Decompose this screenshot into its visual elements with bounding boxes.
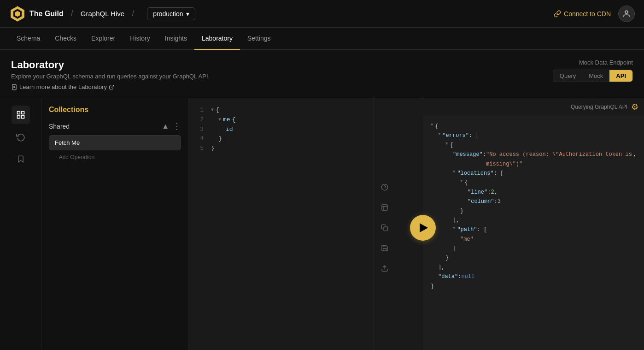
result-line-0: ▼ {: [431, 122, 637, 131]
result-line-2: ▼ {: [445, 141, 637, 150]
editor-results-container: 1 2 3 4 5 ▼ { ▼ me {: [189, 98, 644, 350]
schema-icon: [381, 204, 388, 211]
project-name: GraphQL Hive: [81, 10, 124, 18]
result-line-10: ▼ "path": [: [453, 225, 637, 234]
sidebar-history-button[interactable]: [12, 128, 30, 146]
schema-button[interactable]: [376, 199, 393, 216]
prettify-icon: [381, 184, 388, 191]
svg-rect-10: [17, 116, 20, 119]
collections-panel: Collections Shared ▲ ⋮ Fetch Me + Add Op…: [41, 98, 189, 350]
line-numbers: 1 2 3 4 5: [189, 98, 207, 350]
avatar-button[interactable]: [618, 6, 635, 22]
add-operation-button[interactable]: + Add Operation: [49, 152, 181, 162]
svg-rect-9: [21, 112, 24, 114]
tab-settings[interactable]: Settings: [240, 28, 278, 50]
chevron-down-icon: ▾: [186, 10, 189, 18]
result-line-12: ]: [453, 244, 637, 253]
breadcrumb-sep1: /: [71, 9, 73, 18]
sub-nav: Schema Checks Explorer History Insights …: [0, 28, 644, 50]
bookmark-icon: [17, 155, 25, 163]
prettify-button[interactable]: [376, 179, 393, 196]
editor-wrapper: 1 2 3 4 5 ▼ { ▼ me {: [189, 98, 423, 350]
result-line-7: "column": 3: [468, 197, 637, 206]
brand-name: The Guild: [29, 10, 64, 18]
tab-schema[interactable]: Schema: [9, 28, 47, 50]
user-icon: [622, 10, 631, 18]
breadcrumb-sep2: /: [132, 9, 134, 18]
sidebar-collections-button[interactable]: [12, 106, 30, 124]
play-icon: [420, 223, 428, 232]
result-code: ▼ { ▼ "errors": [ ▼ { "message": "No acc…: [423, 116, 644, 297]
mock-data-area: Mock Data Endpoint Query Mock API: [553, 59, 633, 82]
result-line-13: }: [445, 253, 637, 262]
history-icon: [16, 132, 25, 142]
mock-data-label: Mock Data Endpoint: [579, 59, 633, 66]
editor-toolbar: [373, 98, 395, 350]
export-button[interactable]: [376, 260, 393, 277]
sidebar: [0, 98, 41, 350]
copy-icon: [381, 224, 388, 231]
logo-icon: [9, 6, 26, 22]
query-editor[interactable]: 1 2 3 4 5 ▼ { ▼ me {: [189, 98, 423, 350]
sidebar-bookmark-button[interactable]: [12, 150, 30, 168]
svg-rect-11: [21, 116, 24, 119]
doc-icon: [11, 84, 18, 90]
tab-laboratory[interactable]: Laboratory: [194, 28, 240, 50]
shared-actions: ▲ ⋮: [162, 121, 181, 131]
result-line-3: "message": "No access (reason: \"Authori…: [453, 150, 637, 169]
shared-header: Shared ▲ ⋮: [49, 121, 181, 131]
save-button[interactable]: [376, 240, 393, 256]
toggle-query-button[interactable]: Query: [553, 70, 582, 82]
result-line-4: ▼ "locations": [: [453, 169, 637, 178]
result-line-16: }: [431, 282, 637, 291]
result-line-8: }: [460, 207, 637, 216]
copy-button[interactable]: [376, 219, 393, 236]
page-header-left: Laboratory Explore your GraphQL schema a…: [11, 59, 210, 90]
svg-rect-14: [382, 205, 387, 210]
save-icon: [381, 244, 388, 252]
learn-more-link[interactable]: Learn more about the Laboratory: [11, 83, 210, 90]
learn-more-text: Learn more about the Laboratory: [19, 83, 107, 90]
export-icon: [381, 265, 388, 272]
results-header: Querying GraphQL API ⚙: [423, 98, 644, 116]
result-line-14: ],: [438, 263, 637, 272]
result-line-6: "line": 2,: [468, 188, 637, 197]
result-line-11: "me": [460, 235, 637, 244]
shared-menu-button[interactable]: ⋮: [173, 121, 181, 131]
svg-rect-8: [17, 112, 20, 114]
toggle-api-button[interactable]: API: [609, 70, 632, 82]
result-line-15: "data": null: [438, 272, 637, 281]
link-icon: [554, 10, 561, 18]
logo-area: The Guild / GraphQL Hive / production ▾: [9, 6, 195, 22]
results-panel: Querying GraphQL API ⚙ ▼ { ▼ "errors": […: [423, 98, 644, 350]
collapse-arrow-1: ▼: [211, 107, 214, 114]
tab-history[interactable]: History: [123, 28, 158, 50]
env-label: production: [153, 10, 183, 18]
settings-gear-icon[interactable]: ⚙: [631, 102, 638, 112]
querying-label: Querying GraphQL API: [571, 104, 627, 110]
page-title: Laboratory: [11, 59, 210, 71]
toggle-mock-button[interactable]: Mock: [582, 70, 609, 82]
collapse-arrow-2: ▼: [218, 116, 221, 124]
page-header: Laboratory Explore your GraphQL schema a…: [0, 50, 644, 98]
result-line-5: ▼ {: [460, 178, 637, 187]
connect-btn-label: Connect to CDN: [564, 10, 611, 18]
nav-right: Connect to CDN: [554, 6, 635, 22]
tab-insights[interactable]: Insights: [158, 28, 194, 50]
page-description: Explore your GraphQL schema and run quer…: [11, 73, 210, 80]
collections-icon: [16, 110, 25, 119]
connect-to-cdn-button[interactable]: Connect to CDN: [554, 10, 611, 18]
collections-title: Collections: [49, 106, 181, 114]
svg-line-7: [111, 85, 114, 88]
main-content: Collections Shared ▲ ⋮ Fetch Me + Add Op…: [0, 98, 644, 350]
run-button[interactable]: [410, 215, 436, 241]
env-dropdown[interactable]: production ▾: [147, 7, 195, 20]
collection-item-fetch-me[interactable]: Fetch Me: [49, 135, 181, 150]
result-line-9: ],: [453, 216, 637, 225]
shared-label: Shared: [49, 123, 70, 130]
top-nav: The Guild / GraphQL Hive / production ▾ …: [0, 0, 644, 28]
svg-point-3: [625, 11, 628, 13]
tab-checks[interactable]: Checks: [47, 28, 84, 50]
tab-explorer[interactable]: Explorer: [84, 28, 123, 50]
shared-collapse-button[interactable]: ▲: [162, 122, 169, 131]
